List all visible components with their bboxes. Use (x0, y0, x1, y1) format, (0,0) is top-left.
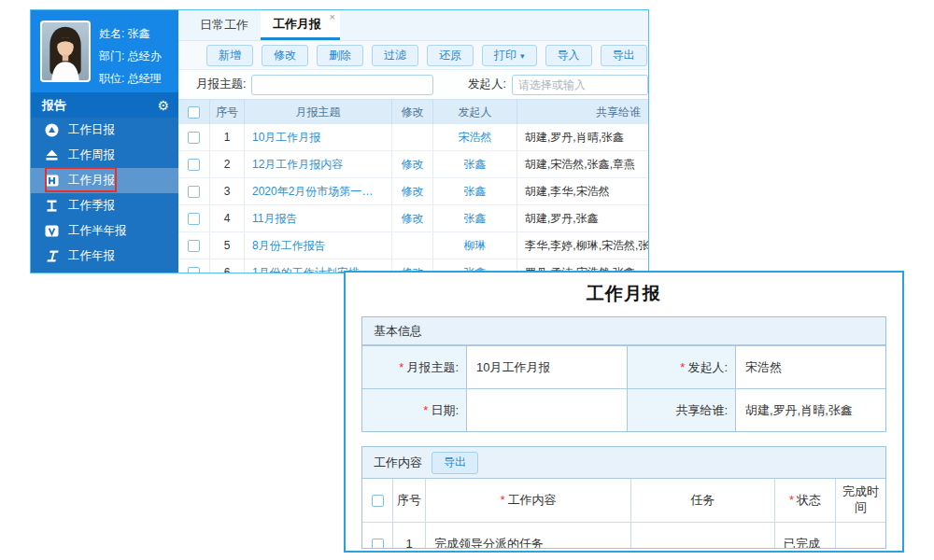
table-row: 1 10月工作月报 宋浩然 胡建,罗丹,肖晴,张鑫 (178, 124, 648, 151)
row-index: 2 (209, 151, 244, 177)
col-header-index: 序号 (209, 100, 244, 124)
export-button[interactable]: 导出 (601, 45, 647, 66)
close-tab-icon[interactable]: × (330, 11, 335, 22)
row-index: 4 (209, 205, 244, 231)
modify-link[interactable]: 修改 (402, 157, 424, 173)
date-field-value[interactable] (466, 389, 627, 431)
import-button[interactable]: 导入 (545, 45, 592, 66)
required-mark: * (500, 493, 504, 509)
semiannual-report-icon (45, 224, 59, 238)
table-header-row: 序号 月报主题 修改 发起人 共享给谁 (178, 99, 648, 124)
topic-filter-input[interactable] (251, 75, 433, 95)
select-all-checkbox[interactable] (188, 106, 200, 119)
col-header-index: 序号 (392, 479, 425, 522)
form-row: * 月报主题: 10月工作月报 * 发起人: 宋浩然 (362, 345, 885, 388)
row-index: 3 (209, 178, 244, 204)
row-index: 1 (209, 124, 244, 150)
row-work: 完成领导分派的任务 (425, 523, 630, 549)
sidebar-item-label: 工作年报 (68, 248, 115, 264)
weekly-report-icon (45, 148, 59, 162)
share-field-value[interactable]: 胡建,罗丹,肖晴,张鑫 (735, 389, 885, 431)
dialog-title: 工作月报 (346, 273, 902, 306)
initiator-link[interactable]: 宋浩然 (459, 130, 492, 146)
initiator-link[interactable]: 张鑫 (464, 184, 487, 200)
annual-report-icon (45, 249, 59, 263)
sidebar-item-label: 工作月报 (68, 173, 115, 189)
row-finish-time (835, 523, 885, 549)
export-work-content-button[interactable]: 导出 (432, 452, 478, 474)
row-checkbox[interactable] (188, 213, 200, 225)
topic-link[interactable]: 12月工作月报内容 (252, 157, 343, 173)
required-mark: * (423, 403, 428, 417)
gear-icon[interactable]: ⚙ (157, 98, 169, 113)
table-row: 3 2020年2月份市场第一步财务... 修改 张鑫 胡建,李华,宋浩然 (178, 178, 648, 205)
sidebar-item-partial[interactable] (31, 269, 178, 273)
share-list: 胡建,罗丹,肖晴,张鑫 (517, 124, 648, 150)
user-department: 部门: 总经办 (99, 45, 162, 67)
sidebar-item-quarterly-report[interactable]: 工作季报 (31, 193, 178, 218)
share-field-label: 共享给谁: (627, 389, 735, 431)
topic-field-label: * 月报主题: (362, 346, 466, 388)
avatar (40, 21, 91, 82)
sidebar-item-semiannual-report[interactable]: 工作半年报 (31, 218, 178, 244)
sidebar: 姓名: 张鑫 部门: 总经办 职位: 总经理 报告 ⚙ 工作日报 工作周报 (31, 10, 178, 273)
col-header-finish-time: 完成时间 (835, 479, 885, 522)
topic-link[interactable]: 10月工作月报 (252, 130, 320, 146)
filter-button[interactable]: 过滤 (372, 45, 418, 66)
table-row: 5 8月份工作报告 柳琳 李华,李婷,柳琳,宋浩然,张鑫 (178, 232, 648, 259)
modify-button[interactable]: 修改 (262, 45, 308, 66)
caret-down-icon: ▾ (520, 51, 525, 61)
row-index: 6 (209, 259, 244, 273)
user-position: 职位: 总经理 (99, 67, 162, 90)
row-checkbox[interactable] (188, 159, 200, 171)
row-checkbox[interactable] (188, 240, 200, 252)
tab-daily-work[interactable]: 日常工作 (188, 10, 261, 40)
main-pane: 日常工作 工作月报 × 新增 修改 删除 过滤 还原 打印▾ 导入 导出 查看日… (178, 10, 648, 273)
initiator-link[interactable]: 张鑫 (464, 157, 487, 173)
topic-field-value[interactable]: 10月工作月报 (466, 346, 627, 388)
initiator-link[interactable]: 张鑫 (464, 211, 487, 227)
required-mark: * (680, 360, 685, 374)
sidebar-item-label: 工作半年报 (68, 223, 127, 239)
col-header-work: * 工作内容 (425, 479, 630, 522)
topic-link[interactable]: 2020年2月份市场第一步财务... (252, 184, 384, 200)
user-card: 姓名: 张鑫 部门: 总经办 职位: 总经理 (31, 10, 178, 92)
row-checkbox[interactable] (372, 539, 384, 550)
topic-link[interactable]: 11月报告 (252, 211, 297, 227)
topic-filter-label: 月报主题: (196, 77, 246, 92)
quarterly-report-icon (45, 199, 59, 213)
filter-bar: 月报主题: 发起人: (178, 70, 648, 99)
topic-link[interactable]: 8月份工作报告 (252, 238, 326, 254)
initiator-filter-label: 发起人: (468, 77, 506, 92)
monthly-report-dialog: 工作月报 基本信息 * 月报主题: 10月工作月报 * 发起人: 宋浩然 * 日… (344, 271, 904, 553)
add-button[interactable]: 新增 (206, 45, 253, 66)
work-table-header-row: 序号 * 工作内容 任务 * 状态 完成时间 (362, 479, 885, 523)
col-header-task: 任务 (630, 479, 774, 522)
sidebar-item-weekly-report[interactable]: 工作周报 (31, 143, 178, 168)
delete-button[interactable]: 删除 (317, 45, 363, 66)
print-button-label: 打印 (494, 49, 517, 62)
initiator-filter-input[interactable] (512, 75, 648, 95)
tab-monthly-report[interactable]: 工作月报 × (261, 10, 340, 40)
modify-link[interactable]: 修改 (402, 184, 424, 200)
row-checkbox[interactable] (188, 132, 200, 144)
print-button[interactable]: 打印▾ (482, 45, 537, 66)
row-checkbox[interactable] (188, 267, 200, 273)
sidebar-item-annual-report[interactable]: 工作年报 (31, 244, 178, 269)
sidebar-item-monthly-report[interactable]: 工作月报 (31, 168, 178, 193)
sidebar-item-label: 工作周报 (68, 147, 115, 163)
required-mark: * (789, 493, 794, 509)
select-all-checkbox[interactable] (372, 495, 384, 507)
initiator-link[interactable]: 柳琳 (464, 238, 487, 254)
col-header-topic: 月报主题 (244, 100, 391, 124)
col-header-status: * 状态 (774, 479, 835, 522)
row-checkbox[interactable] (188, 186, 200, 198)
row-task (630, 523, 774, 549)
modify-link[interactable]: 修改 (402, 211, 424, 227)
sidebar-item-daily-report[interactable]: 工作日报 (31, 118, 178, 143)
basic-info-title: 基本信息 (374, 323, 422, 340)
basic-info-section: 基本信息 * 月报主题: 10月工作月报 * 发起人: 宋浩然 * 日期: 共享… (361, 316, 886, 432)
date-field-label: * 日期: (362, 389, 466, 431)
initiator-field-value[interactable]: 宋浩然 (735, 346, 885, 388)
restore-button[interactable]: 还原 (427, 45, 474, 66)
